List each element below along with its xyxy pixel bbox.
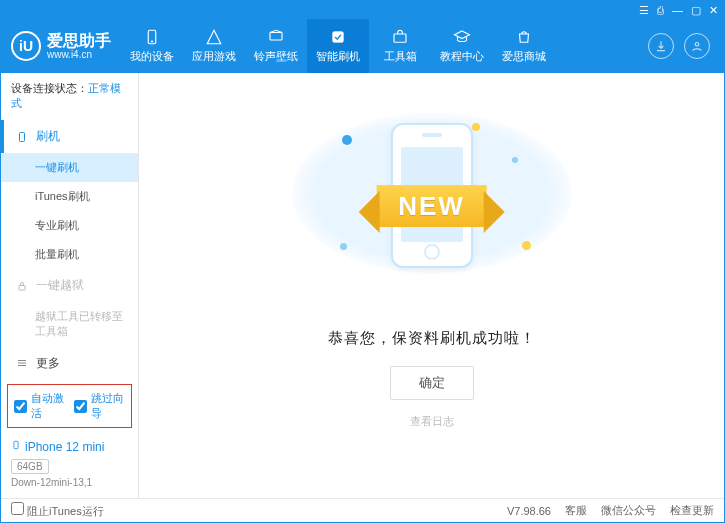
- phone-icon: [11, 438, 21, 455]
- minimize-icon[interactable]: —: [672, 4, 683, 16]
- apps-icon: [205, 28, 223, 46]
- device-capacity: 64GB: [11, 459, 49, 474]
- menu-head-label: 更多: [36, 355, 60, 372]
- app-url: www.i4.cn: [47, 49, 111, 60]
- submenu-pro-flash[interactable]: 专业刷机: [1, 211, 138, 240]
- nav-smart-flash[interactable]: 智能刷机: [307, 19, 369, 73]
- submenu-batch-flash[interactable]: 批量刷机: [1, 240, 138, 269]
- auto-activate-checkbox[interactable]: 自动激活: [14, 391, 66, 421]
- menu-icon[interactable]: ☰: [639, 4, 649, 17]
- svg-rect-7: [19, 285, 25, 290]
- svg-rect-8: [14, 441, 18, 449]
- ringtone-icon: [267, 28, 285, 46]
- success-illustration: NEW: [292, 113, 572, 273]
- menu-head-label: 刷机: [36, 128, 60, 145]
- nav-label: 智能刷机: [316, 49, 360, 64]
- checkbox-label: 自动激活: [31, 391, 66, 421]
- device-download: Down-12mini-13,1: [11, 477, 128, 488]
- menu-head-label: 一键越狱: [36, 277, 84, 294]
- more-icon: [16, 357, 30, 369]
- top-nav: 我的设备 应用游戏 铃声壁纸 智能刷机 工具箱 教程中心: [121, 19, 648, 73]
- app-header: iU 爱思助手 www.i4.cn 我的设备 应用游戏 铃声壁纸 智能刷机: [1, 19, 724, 73]
- nav-label: 工具箱: [384, 49, 417, 64]
- device-name[interactable]: iPhone 12 mini: [11, 438, 128, 455]
- lock-icon: [16, 280, 30, 292]
- submenu-one-click-flash[interactable]: 一键刷机: [1, 153, 138, 182]
- view-log-link[interactable]: 查看日志: [410, 414, 454, 429]
- menu-more[interactable]: 更多: [1, 347, 138, 380]
- device-info: iPhone 12 mini 64GB Down-12mini-13,1: [1, 432, 138, 498]
- device-name-label: iPhone 12 mini: [25, 440, 104, 454]
- options-box: 自动激活 跳过向导: [7, 384, 132, 428]
- svg-point-1: [151, 41, 153, 43]
- nav-label: 教程中心: [440, 49, 484, 64]
- nav-ringtone-wallpaper[interactable]: 铃声壁纸: [245, 19, 307, 73]
- confirm-button[interactable]: 确定: [390, 366, 474, 400]
- version-label: V7.98.66: [507, 505, 551, 517]
- submenu-jailbreak-note: 越狱工具已转移至工具箱: [1, 302, 138, 347]
- window-titlebar: ☰ ⎙ — ▢ ✕: [1, 1, 724, 19]
- block-itunes-checkbox[interactable]: 阻止iTunes运行: [11, 502, 104, 519]
- wechat-link[interactable]: 微信公众号: [601, 503, 656, 518]
- menu-jailbreak: 一键越狱: [1, 269, 138, 302]
- svg-rect-4: [394, 34, 406, 42]
- checkbox-label: 跳过向导: [91, 391, 126, 421]
- tutorial-icon: [453, 28, 471, 46]
- success-message: 恭喜您，保资料刷机成功啦！: [328, 329, 536, 348]
- nav-toolbox[interactable]: 工具箱: [369, 19, 431, 73]
- nav-my-device[interactable]: 我的设备: [121, 19, 183, 73]
- brand: iU 爱思助手 www.i4.cn: [11, 31, 121, 61]
- maximize-icon[interactable]: ▢: [691, 4, 701, 17]
- nav-tutorial[interactable]: 教程中心: [431, 19, 493, 73]
- customer-service-link[interactable]: 客服: [565, 503, 587, 518]
- close-icon[interactable]: ✕: [709, 4, 718, 17]
- app-title: 爱思助手: [47, 33, 111, 49]
- pin-icon[interactable]: ⎙: [657, 4, 664, 16]
- check-update-link[interactable]: 检查更新: [670, 503, 714, 518]
- submenu-itunes-flash[interactable]: iTunes刷机: [1, 182, 138, 211]
- nav-apps-games[interactable]: 应用游戏: [183, 19, 245, 73]
- nav-label: 爱思商城: [502, 49, 546, 64]
- svg-rect-2: [270, 33, 282, 41]
- header-right: [648, 33, 714, 59]
- status-prefix: 设备连接状态：: [11, 82, 88, 94]
- nav-shop[interactable]: 爱思商城: [493, 19, 555, 73]
- user-button[interactable]: [684, 33, 710, 59]
- svg-point-5: [695, 43, 699, 47]
- phone-icon: [16, 130, 30, 144]
- logo-icon: iU: [11, 31, 41, 61]
- skip-setup-checkbox[interactable]: 跳过向导: [74, 391, 126, 421]
- checkbox-label: 阻止iTunes运行: [27, 505, 104, 517]
- menu-flash[interactable]: 刷机: [1, 120, 138, 153]
- main-content: NEW 恭喜您，保资料刷机成功啦！ 确定 查看日志: [139, 73, 724, 498]
- new-ribbon: NEW: [376, 185, 487, 227]
- svg-rect-6: [20, 132, 25, 141]
- shop-icon: [515, 28, 533, 46]
- flash-icon: [329, 28, 347, 46]
- device-icon: [143, 28, 161, 46]
- footer: 阻止iTunes运行 V7.98.66 客服 微信公众号 检查更新: [1, 498, 724, 522]
- toolbox-icon: [391, 28, 409, 46]
- device-status: 设备连接状态：正常模式: [1, 73, 138, 120]
- sidebar: 设备连接状态：正常模式 刷机 一键刷机 iTunes刷机 专业刷机 批量刷机: [1, 73, 139, 498]
- nav-label: 我的设备: [130, 49, 174, 64]
- svg-rect-3: [333, 32, 344, 43]
- nav-label: 铃声壁纸: [254, 49, 298, 64]
- nav-label: 应用游戏: [192, 49, 236, 64]
- download-button[interactable]: [648, 33, 674, 59]
